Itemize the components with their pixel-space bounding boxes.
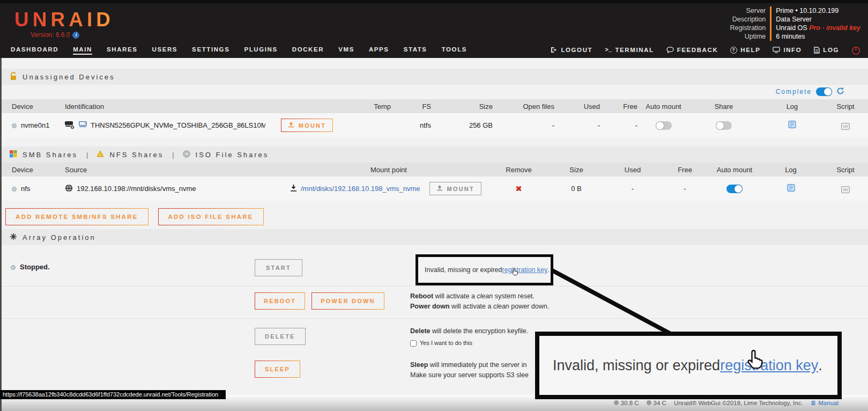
refresh-icon[interactable] (836, 87, 844, 97)
mount-point-cell: /mnt/disks/192.168.10.198_vms_nvme MOUNT (287, 177, 491, 201)
top-header: UNRAID Version: 6.6.0 i Server Prime • 1… (0, 0, 868, 43)
col-temp: Temp (348, 99, 394, 113)
device-cell: nvme0n1 (0, 113, 62, 137)
col-device: Device (0, 163, 62, 177)
device-status-dot (12, 187, 17, 192)
script-cell: </> (823, 177, 868, 201)
col-size: Size (547, 163, 606, 177)
complete-toggle[interactable] (816, 87, 832, 96)
script-icon[interactable]: </> (841, 186, 849, 193)
add-remote-smb-nfs-share-button[interactable]: ADD REMOTE SMB/NFS SHARE (5, 208, 149, 225)
registration-key-link[interactable]: registration key (502, 266, 548, 274)
col-open-files: Open files (496, 99, 558, 113)
tab-iso-file-shares[interactable]: ISO File Shares (196, 151, 269, 159)
col-used: Used (606, 163, 659, 177)
hdd-add-icon[interactable] (65, 120, 75, 131)
remove-x-icon[interactable]: ✖ (515, 184, 522, 193)
uptime-value: 6 minutes (770, 32, 860, 41)
auto-mount-cell (641, 113, 686, 137)
nav-docker[interactable]: DOCKER (292, 46, 324, 55)
mount-point-link[interactable]: /mnt/disks/192.168.10.198_vms_nvme (301, 185, 420, 193)
mount-icon (288, 122, 294, 129)
manual-link[interactable]: 🗏 Manual (811, 400, 839, 406)
unassigned-devices-title: Unassigned Devices (23, 73, 115, 81)
col-fs: FS (394, 99, 434, 113)
mount-button-nvme[interactable]: MOUNT (281, 119, 333, 132)
log-doc-icon (814, 47, 820, 54)
device-identification-link[interactable]: THNSN5256GPUK_NVMe_TOSHIBA_256GB_86LS10M… (91, 121, 265, 129)
nav-main[interactable]: MAIN (73, 46, 92, 55)
server-value: Prime • 10.10.20.199 (770, 6, 860, 15)
col-script: Script (823, 99, 868, 113)
complete-label[interactable]: Complete (776, 88, 812, 96)
unraid-logo: UNRAID (14, 10, 114, 30)
reboot-button[interactable]: REBOOT (255, 292, 305, 310)
info-button[interactable]: INFO (773, 47, 802, 54)
table-row-nfs: nfs 192.168.10.198://mnt/disks/vms_nvme … (0, 177, 868, 201)
share-cell (686, 113, 761, 137)
help-button[interactable]: ? HELP (730, 47, 760, 55)
array-operation-bar: Array Operation (0, 229, 868, 245)
terminal-button[interactable]: >_ TERMINAL (605, 47, 654, 54)
nav-tools[interactable]: TOOLS (442, 46, 467, 55)
case-power-icon[interactable] (851, 46, 860, 55)
mouse-cursor-magnified (743, 349, 767, 375)
auto-mount-toggle[interactable] (726, 185, 743, 193)
tab-separator: | (86, 151, 88, 159)
col-free: Free (659, 163, 710, 177)
shares-table: Device Source Mount point Remove Size Us… (0, 163, 868, 201)
tab-nfs-shares[interactable]: NFS Shares (109, 151, 164, 159)
col-device: Device (0, 99, 62, 113)
share-toggle[interactable] (716, 121, 732, 130)
nfs-icon (97, 150, 104, 159)
col-mount-point: Mount point (287, 163, 491, 177)
nav-vms[interactable]: VMS (338, 46, 354, 55)
iso-disc-icon (183, 150, 190, 159)
server-info-panel: Server Prime • 10.10.20.199 Description … (730, 6, 860, 41)
nav-apps[interactable]: APPS (369, 46, 389, 55)
registration-key-link-magnified[interactable]: registration key (720, 357, 818, 374)
delete-confirm-checkbox[interactable] (410, 340, 417, 347)
reboot-row: REBOOT POWER DOWN Reboot will activate a… (0, 286, 868, 318)
delete-button[interactable]: DELETE (255, 328, 306, 345)
mount-icon (436, 185, 443, 192)
nav-stats[interactable]: STATS (404, 46, 427, 55)
log-view-icon[interactable] (788, 122, 796, 130)
col-auto-mount: Auto mount (641, 99, 686, 113)
sleep-button[interactable]: SLEEP (255, 361, 300, 378)
version-info-icon[interactable]: i (72, 32, 79, 39)
size-cell: 256 GB (434, 113, 496, 137)
col-remove: Remove (491, 163, 547, 177)
log-button[interactable]: LOG (814, 47, 839, 55)
nav-dashboard[interactable]: DASHBOARD (11, 46, 58, 55)
col-share: Share (686, 99, 761, 113)
add-iso-file-share-button[interactable]: ADD ISO FILE SHARE (158, 208, 264, 225)
unassigned-header-row: Device Identification Temp FS Size Open … (0, 99, 868, 113)
col-auto-mount: Auto mount (710, 163, 759, 177)
nav-plugins[interactable]: PLUGINS (244, 46, 277, 55)
nav-users[interactable]: USERS (152, 46, 177, 55)
feedback-button[interactable]: FEEDBACK (666, 47, 718, 54)
nav-settings[interactable]: SETTINGS (192, 46, 229, 55)
logout-icon (551, 47, 558, 53)
log-view-icon[interactable] (787, 185, 795, 193)
array-status: Stopped. (11, 263, 244, 271)
tab-smb-shares[interactable]: SMB Shares (23, 151, 78, 159)
power-down-button[interactable]: POWER DOWN (311, 292, 384, 310)
feedback-icon (666, 47, 674, 53)
col-free: Free (603, 99, 641, 113)
identification-cell: THNSN5256GPUK_NVMe_TOSHIBA_256GB_86LS10M… (62, 113, 265, 137)
unassigned-devices-bar: Unassigned Devices (0, 69, 868, 85)
nav-shares[interactable]: SHARES (107, 46, 138, 55)
logout-button[interactable]: LOGOUT (551, 47, 592, 54)
registration-warning-magnified: Invalid, missing or expired registration… (535, 332, 842, 399)
auto-mount-toggle[interactable] (656, 121, 672, 130)
mount-button-nfs[interactable]: MOUNT (429, 182, 481, 195)
used-cell: - (558, 113, 603, 137)
help-icon: ? (730, 47, 737, 54)
log-cell (759, 177, 823, 201)
used-cell: - (606, 177, 659, 201)
script-icon[interactable]: </> (841, 123, 849, 130)
start-button[interactable]: START (255, 259, 302, 276)
download-icon[interactable] (290, 185, 297, 193)
